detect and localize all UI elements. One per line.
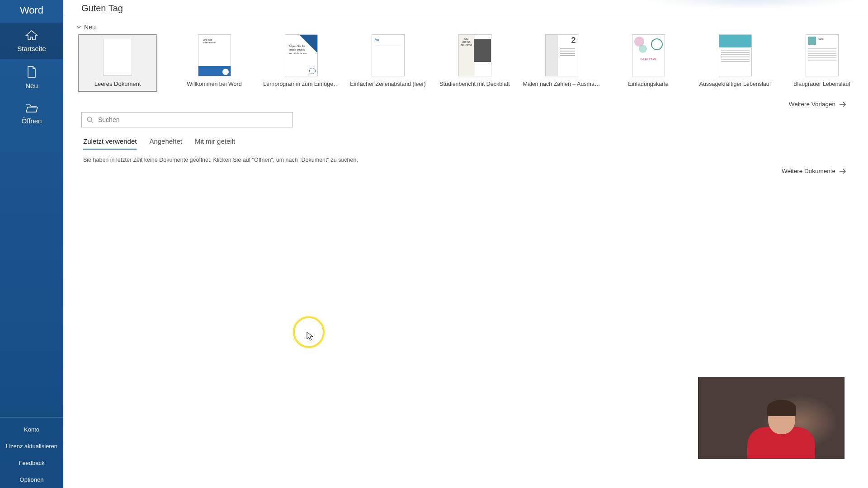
template-study-report[interactable]: DIE JUSTIZ-BEHÖRDE Studienbericht mit De… [445,34,505,87]
template-thumb: Eine Tour unternehmen [198,34,231,76]
webcam-overlay [698,377,844,459]
nav-new-label: Neu [25,82,38,89]
page-title: Guten Tag [81,3,123,14]
nav-open-label: Öffnen [22,117,42,125]
nav-home-label: Startseite [17,45,46,52]
nav-new[interactable]: Neu [0,59,63,96]
template-label: Malen nach Zahlen – Ausma… [521,81,602,87]
home-icon [25,30,38,42]
tab-pinned[interactable]: Angeheftet [149,137,182,150]
recent-empty-message: Sie haben in letzter Zeit keine Dokument… [63,150,868,163]
more-templates-link[interactable]: Weitere Vorlagen [63,92,868,110]
sidebar-bottom: Konto Lizenz aktualisieren Feedback Opti… [0,417,63,488]
template-label: Studienbericht mit Deckblatt [434,81,515,87]
template-thumb: Aa [372,34,405,76]
search-icon [86,116,94,123]
section-new: Neu Leeres Dokument Eine Tour unternehme… [63,17,868,92]
template-resume-bold[interactable]: Aussagekräftiger Lebenslauf [705,34,765,87]
template-single-spacing[interactable]: Aa Einfacher Zeilenabstand (leer) [358,34,418,87]
svg-line-1 [91,121,93,123]
template-label: Lernprogramm zum Einfüge… [261,81,341,87]
template-tutorial-insert[interactable]: Fügen Sie Ihr erstes Inhalts verzeichnis… [271,34,331,87]
template-label: Einfacher Zeilenabstand (leer) [348,81,428,87]
search-box[interactable] [81,112,293,127]
template-label: Einladungskarte [608,81,689,87]
template-label: Willkommen bei Word [174,81,255,87]
document-tabs: Zuletzt verwendet Angeheftet Mit mir get… [63,127,868,150]
template-thumb: Name [806,34,839,76]
chevron-down-icon [76,24,81,30]
sidebar: Word Startseite Neu Öffnen Konto Lizenz … [0,0,63,488]
template-thumb: 2 [545,34,578,76]
tab-recent[interactable]: Zuletzt verwendet [83,137,137,150]
template-label: Aussagekräftiger Lebenslauf [695,81,775,87]
template-label: Leeres Dokument [77,80,158,87]
template-thumb: DIE JUSTIZ-BEHÖRDE [458,34,491,76]
template-thumb [719,34,752,76]
nav-license[interactable]: Lizenz aktualisieren [0,438,63,455]
template-blank-document[interactable]: Leeres Dokument [78,34,157,92]
app-title: Word [0,0,63,23]
template-resume-bluegray[interactable]: Name Blaugrauer Lebenslauf [792,34,852,87]
arrow-right-icon [839,102,846,107]
nav-home[interactable]: Startseite [0,23,63,59]
nav-options[interactable]: Optionen [0,471,63,488]
template-invitation-card[interactable]: LOREM IPSUM Einladungskarte [618,34,678,87]
section-new-heading: Neu [84,23,96,31]
svg-point-0 [87,117,92,122]
arrow-right-icon [839,169,846,174]
more-documents-link[interactable]: Weitere Dokumente [63,163,868,174]
template-row: Leeres Dokument Eine Tour unternehmen Wi… [76,34,850,92]
search-row [63,110,868,127]
nav-account[interactable]: Konto [0,421,63,438]
template-welcome-word[interactable]: Eine Tour unternehmen Willkommen bei Wor… [184,34,244,87]
nav-open[interactable]: Öffnen [0,96,63,131]
nav-feedback[interactable]: Feedback [0,455,63,471]
new-doc-icon [27,66,37,79]
template-thumb: LOREM IPSUM [632,34,665,76]
search-input[interactable] [98,116,288,123]
template-paint-numbers[interactable]: 2 Malen nach Zahlen – Ausma… [532,34,591,87]
template-label: Blaugrauer Lebenslauf [782,81,862,87]
section-new-toggle[interactable]: Neu [76,23,850,31]
header: Guten Tag [63,0,868,17]
template-thumb: Fügen Sie Ihr erstes Inhalts verzeichnis… [285,34,318,76]
template-thumb [103,39,132,76]
tab-shared[interactable]: Mit mir geteilt [195,137,235,150]
folder-open-icon [25,103,38,114]
